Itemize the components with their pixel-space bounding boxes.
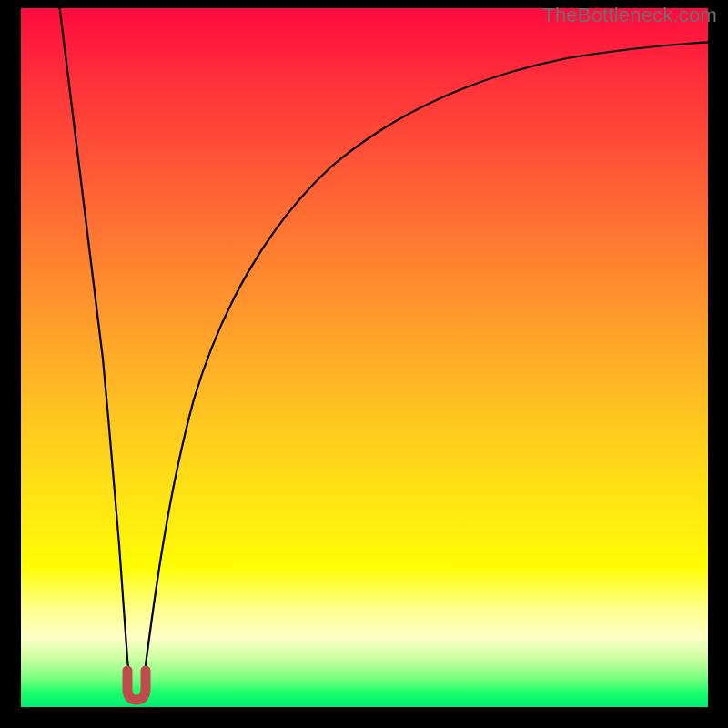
chart-frame: TheBottleneck.com	[0, 0, 728, 728]
min-u-marker	[127, 671, 146, 700]
curve-right-branch	[143, 42, 708, 686]
watermark-text: TheBottleneck.com	[542, 4, 717, 27]
curve-left-branch	[59, 8, 130, 686]
curve-layer	[21, 8, 708, 707]
plot-area	[21, 8, 708, 707]
